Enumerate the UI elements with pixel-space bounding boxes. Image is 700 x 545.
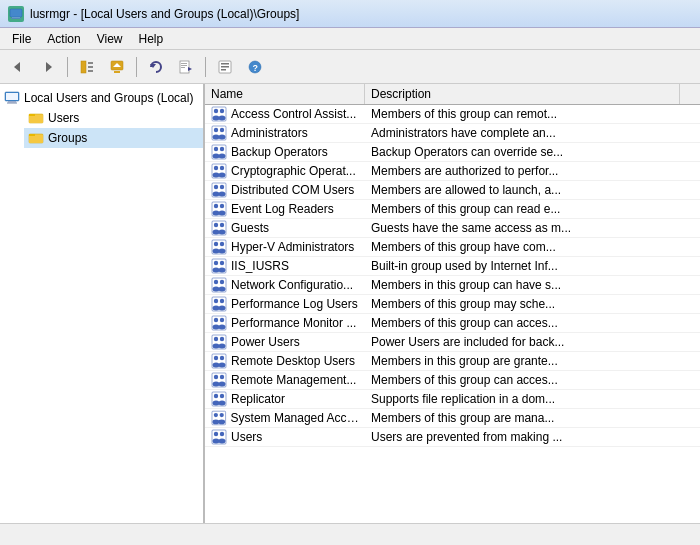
group-name: Users: [231, 430, 262, 444]
svg-point-110: [219, 344, 226, 349]
svg-point-92: [219, 287, 226, 292]
svg-point-97: [220, 299, 224, 303]
svg-rect-29: [29, 115, 43, 123]
list-row[interactable]: IIS_IUSRSBuilt-in group used by Internet…: [205, 257, 700, 276]
group-name: Guests: [231, 221, 269, 235]
svg-rect-21: [221, 69, 226, 71]
list-row[interactable]: Access Control Assist...Members of this …: [205, 105, 700, 124]
svg-point-73: [220, 223, 224, 227]
cell-desc: Members are allowed to launch, a...: [365, 182, 700, 198]
properties-button[interactable]: [211, 54, 239, 80]
svg-point-114: [213, 363, 220, 368]
group-icon: [211, 106, 227, 122]
cell-name: Network Configuratio...: [205, 276, 365, 294]
group-icon: [211, 334, 227, 350]
cell-name: Remote Management...: [205, 371, 365, 389]
show-scope-button[interactable]: [73, 54, 101, 80]
list-row[interactable]: Power UsersPower Users are included for …: [205, 333, 700, 352]
list-row[interactable]: GuestsGuests have the same access as m..…: [205, 219, 700, 238]
list-row[interactable]: AdministratorsAdministrators have comple…: [205, 124, 700, 143]
svg-point-91: [220, 280, 224, 284]
menu-item-view[interactable]: View: [89, 30, 131, 48]
group-name: System Managed Accc...: [231, 411, 359, 425]
svg-point-36: [213, 116, 220, 121]
export-button[interactable]: [172, 54, 200, 80]
svg-point-139: [220, 432, 224, 436]
tree-item-groups[interactable]: Groups: [24, 128, 203, 148]
list-row[interactable]: Distributed COM UsersMembers are allowed…: [205, 181, 700, 200]
cell-desc: Backup Operators can override se...: [365, 144, 700, 160]
col-header-desc[interactable]: Description: [365, 84, 680, 104]
svg-rect-30: [29, 114, 35, 116]
svg-point-89: [214, 280, 218, 284]
list-row[interactable]: Cryptographic Operat...Members are autho…: [205, 162, 700, 181]
svg-point-67: [220, 204, 224, 208]
svg-point-35: [214, 109, 218, 113]
svg-marker-4: [46, 62, 52, 72]
menu-item-file[interactable]: File: [4, 30, 39, 48]
cell-desc: Administrators have complete an...: [365, 125, 700, 141]
app-icon: [8, 6, 24, 22]
cell-desc: Users are prevented from making ...: [365, 429, 700, 445]
toolbar-sep-2: [136, 57, 137, 77]
list-row[interactable]: Backup OperatorsBackup Operators can ove…: [205, 143, 700, 162]
list-panel: Name Description Access Control Assist..…: [205, 84, 700, 523]
col-header-name[interactable]: Name: [205, 84, 365, 104]
cell-name: Replicator: [205, 390, 365, 408]
svg-point-138: [213, 439, 220, 444]
list-row[interactable]: Performance Monitor ...Members of this g…: [205, 314, 700, 333]
svg-point-50: [219, 154, 226, 159]
forward-button[interactable]: [34, 54, 62, 80]
list-row[interactable]: System Managed Accc...Members of this gr…: [205, 409, 700, 428]
svg-point-66: [213, 211, 220, 216]
tree-panel: Local Users and Groups (Local) Users Gro…: [0, 84, 205, 523]
status-bar: [0, 523, 700, 545]
svg-rect-7: [88, 66, 93, 68]
svg-point-98: [219, 306, 226, 311]
list-row[interactable]: Network Configuratio...Members in this g…: [205, 276, 700, 295]
list-row[interactable]: Remote Management...Members of this grou…: [205, 371, 700, 390]
cell-name: Administrators: [205, 124, 365, 142]
cell-name: IIS_IUSRS: [205, 257, 365, 275]
svg-rect-0: [10, 9, 22, 17]
group-name: Access Control Assist...: [231, 107, 356, 121]
back-button[interactable]: [4, 54, 32, 80]
list-row[interactable]: ReplicatorSupports file replication in a…: [205, 390, 700, 409]
svg-point-90: [213, 287, 220, 292]
tree-root-item[interactable]: Local Users and Groups (Local): [0, 88, 203, 108]
svg-point-131: [214, 413, 218, 417]
svg-point-132: [212, 419, 219, 424]
list-row[interactable]: Hyper-V AdministratorsMembers of this gr…: [205, 238, 700, 257]
svg-point-113: [214, 356, 218, 360]
cell-desc: Members of this group can acces...: [365, 372, 700, 388]
refresh-button[interactable]: [142, 54, 170, 80]
list-row[interactable]: Performance Log UsersMembers of this gro…: [205, 295, 700, 314]
group-icon: [211, 144, 227, 160]
tree-item-users[interactable]: Users: [24, 108, 203, 128]
list-row[interactable]: Event Log ReadersMembers of this group c…: [205, 200, 700, 219]
cell-desc: Members in this group are grante...: [365, 353, 700, 369]
help-button[interactable]: ?: [241, 54, 269, 80]
list-row[interactable]: UsersUsers are prevented from making ...: [205, 428, 700, 447]
group-name: Performance Log Users: [231, 297, 358, 311]
toolbar: ?: [0, 50, 700, 84]
menu-item-action[interactable]: Action: [39, 30, 88, 48]
cell-desc: Members of this group are mana...: [365, 410, 700, 426]
menu-item-help[interactable]: Help: [131, 30, 172, 48]
svg-point-41: [214, 128, 218, 132]
svg-point-78: [213, 249, 220, 254]
svg-point-80: [219, 249, 226, 254]
svg-marker-3: [14, 62, 20, 72]
cell-desc: Members are authorized to perfor...: [365, 163, 700, 179]
svg-point-71: [214, 223, 218, 227]
svg-point-127: [220, 394, 224, 398]
group-name: Backup Operators: [231, 145, 328, 159]
svg-point-77: [214, 242, 218, 246]
list-row[interactable]: Remote Desktop UsersMembers in this grou…: [205, 352, 700, 371]
svg-rect-11: [114, 71, 120, 73]
svg-marker-17: [188, 67, 192, 71]
svg-point-55: [220, 166, 224, 170]
up-button[interactable]: [103, 54, 131, 80]
cell-name: System Managed Accc...: [205, 409, 365, 427]
group-icon: [211, 429, 227, 445]
